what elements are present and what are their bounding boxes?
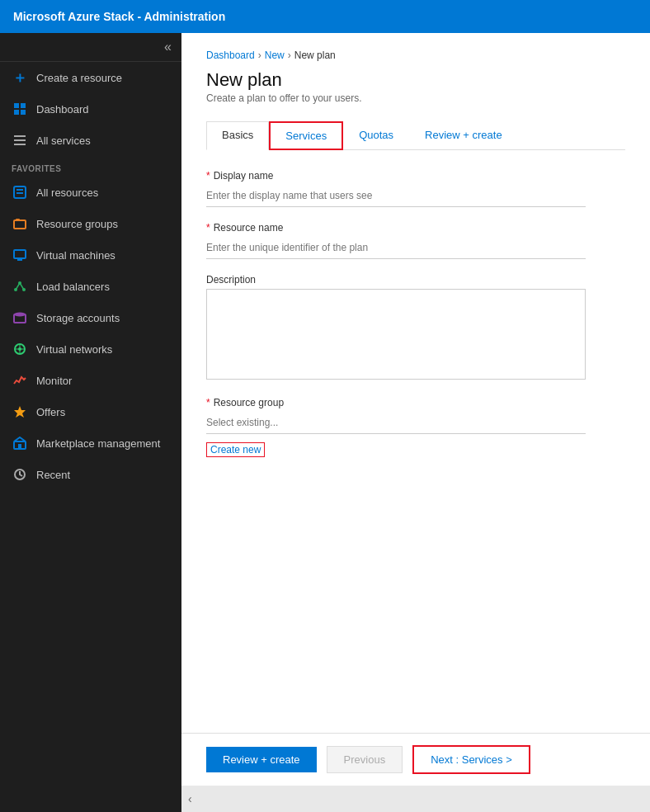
breadcrumb-current: New plan	[294, 50, 336, 61]
sidebar-item-dashboard[interactable]: Dashboard	[0, 93, 181, 125]
next-services-button[interactable]: Next : Services >	[412, 745, 530, 774]
sidebar-item-label: Virtual machines	[36, 249, 115, 262]
svg-rect-0	[14, 103, 19, 108]
footer: Review + create Previous Next : Services…	[181, 733, 650, 786]
sidebar-item-offers[interactable]: Offers	[0, 396, 181, 427]
sidebar-item-label: Offers	[36, 406, 65, 418]
svg-rect-10	[14, 220, 26, 229]
tabs: Basics Services Quotas Review + create	[206, 120, 625, 150]
sidebar-item-label: All services	[36, 135, 91, 147]
topbar-title: Microsoft Azure Stack - Administration	[13, 10, 225, 23]
sidebar: « ＋ Create a resource Dashboard All serv…	[0, 33, 181, 812]
favorites-section-label: FAVORITES	[0, 156, 181, 177]
sidebar-item-monitor[interactable]: Monitor	[0, 365, 181, 396]
topbar: Microsoft Azure Stack - Administration	[0, 0, 650, 33]
bottom-bar: ‹	[181, 786, 650, 812]
sidebar-item-label: Virtual networks	[36, 343, 112, 356]
resource-name-input[interactable]	[206, 237, 586, 259]
virtual-network-icon	[12, 341, 28, 357]
content-inner: Dashboard › New › New plan New plan Crea…	[181, 33, 650, 733]
svg-rect-9	[16, 192, 23, 194]
offers-icon	[12, 404, 28, 420]
bottom-chevron-icon[interactable]: ‹	[188, 792, 192, 805]
virtual-machine-icon	[12, 247, 28, 263]
svg-rect-13	[17, 259, 22, 261]
previous-button: Previous	[327, 746, 403, 773]
main-layout: « ＋ Create a resource Dashboard All serv…	[0, 33, 650, 812]
content-area: Dashboard › New › New plan New plan Crea…	[181, 33, 650, 812]
svg-rect-6	[14, 144, 26, 145]
sidebar-item-virtual-networks[interactable]: Virtual networks	[0, 333, 181, 365]
svg-rect-11	[16, 219, 20, 221]
tab-services[interactable]: Services	[269, 121, 343, 150]
list-icon	[12, 132, 28, 149]
dashboard-icon	[12, 101, 28, 117]
sidebar-item-marketplace-management[interactable]: Marketplace management	[0, 427, 181, 459]
collapse-icon[interactable]: «	[164, 40, 172, 54]
sidebar-item-virtual-machines[interactable]: Virtual machines	[0, 239, 181, 271]
sidebar-collapse-btn[interactable]: «	[0, 33, 181, 62]
sidebar-item-resource-groups[interactable]: Resource groups	[0, 208, 181, 239]
tab-quotas[interactable]: Quotas	[343, 121, 409, 150]
resource-group-group: * Resource group Create new	[206, 397, 625, 457]
svg-rect-1	[21, 103, 26, 108]
description-group: Description	[206, 274, 625, 382]
breadcrumb-dashboard[interactable]: Dashboard	[206, 50, 255, 61]
display-name-label: * Display name	[206, 170, 625, 182]
svg-rect-8	[16, 189, 23, 191]
sidebar-item-create-resource[interactable]: ＋ Create a resource	[0, 62, 181, 93]
display-name-group: * Display name	[206, 170, 625, 207]
page-title: New plan	[206, 69, 625, 91]
breadcrumb-new[interactable]: New	[265, 50, 285, 61]
svg-rect-12	[14, 250, 26, 258]
sidebar-item-recent[interactable]: Recent	[0, 459, 181, 490]
sidebar-item-all-resources[interactable]: All resources	[0, 177, 181, 208]
resource-group-input[interactable]	[206, 412, 586, 434]
sidebar-item-label: All resources	[36, 186, 98, 199]
tab-review-create[interactable]: Review + create	[409, 121, 518, 150]
plus-icon: ＋	[12, 69, 28, 86]
sidebar-item-all-services[interactable]: All services	[0, 125, 181, 156]
sidebar-item-label: Dashboard	[36, 103, 89, 116]
resources-icon	[12, 184, 28, 201]
page-subtitle: Create a plan to offer to your users.	[206, 92, 625, 104]
monitor-icon	[12, 372, 28, 389]
sidebar-item-label: Resource groups	[36, 218, 118, 230]
breadcrumb-sep1: ›	[258, 50, 261, 61]
recent-icon	[12, 466, 28, 483]
svg-rect-27	[18, 444, 21, 449]
description-label: Description	[206, 274, 625, 286]
svg-marker-25	[14, 406, 26, 418]
resource-group-label: * Resource group	[206, 397, 625, 408]
svg-rect-3	[21, 110, 26, 115]
storage-icon	[12, 309, 28, 326]
svg-line-17	[16, 283, 20, 290]
create-new-link[interactable]: Create new	[206, 442, 265, 457]
sidebar-item-label: Load balancers	[36, 281, 110, 293]
marketplace-icon	[12, 435, 28, 451]
description-input[interactable]	[206, 289, 586, 380]
load-balancer-icon	[12, 278, 28, 295]
sidebar-item-storage-accounts[interactable]: Storage accounts	[0, 302, 181, 333]
svg-rect-2	[14, 110, 19, 115]
review-create-button[interactable]: Review + create	[206, 747, 317, 772]
display-name-input[interactable]	[206, 185, 586, 207]
required-star: *	[206, 222, 210, 234]
resource-name-group: * Resource name	[206, 222, 625, 259]
sidebar-item-load-balancers[interactable]: Load balancers	[0, 271, 181, 302]
tab-basics[interactable]: Basics	[206, 121, 269, 150]
required-star: *	[206, 170, 210, 182]
sidebar-item-label: Recent	[36, 469, 70, 481]
sidebar-item-label: Monitor	[36, 375, 72, 387]
svg-line-18	[20, 283, 24, 290]
svg-point-20	[14, 313, 26, 317]
svg-rect-5	[14, 139, 26, 141]
resource-name-label: * Resource name	[206, 222, 625, 234]
svg-rect-4	[14, 135, 26, 137]
sidebar-item-label: Create a resource	[36, 72, 122, 84]
breadcrumb-sep2: ›	[288, 50, 291, 61]
sidebar-item-label: Storage accounts	[36, 312, 120, 324]
resource-group-icon	[12, 215, 28, 232]
required-star: *	[206, 397, 210, 408]
breadcrumb: Dashboard › New › New plan	[206, 50, 625, 61]
